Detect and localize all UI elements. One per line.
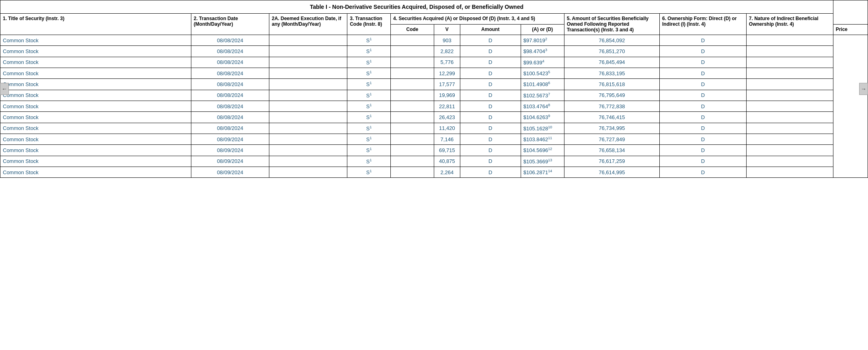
cell-a-or-d: D [460, 112, 521, 123]
table-row: Common Stock08/09/2024S12,264D$106.28711… [0, 167, 868, 177]
cell-security: Common Stock [0, 112, 191, 123]
cell-deemed [269, 167, 347, 177]
cell-nature [746, 112, 833, 123]
cell-deemed [269, 134, 347, 144]
cell-price: $99.6394 [521, 57, 564, 68]
cell-v [391, 68, 434, 78]
cell-date: 08/08/2024 [191, 112, 269, 123]
cell-beneficial: 76,795,649 [564, 90, 659, 101]
cell-amount: 11,420 [434, 123, 460, 134]
cell-beneficial: 76,772,838 [564, 101, 659, 111]
nav-right-arrow[interactable]: → [859, 83, 868, 95]
cell-amount: 5,776 [434, 57, 460, 68]
cell-beneficial: 76,815,618 [564, 79, 659, 90]
cell-code: S1 [347, 35, 391, 46]
cell-price: $100.54235 [521, 68, 564, 78]
cell-amount: 19,969 [434, 90, 460, 101]
cell-security: Common Stock [0, 79, 191, 90]
cell-security: Common Stock [0, 134, 191, 144]
cell-amount: 26,423 [434, 112, 460, 123]
cell-date: 08/08/2024 [191, 123, 269, 134]
cell-deemed [269, 90, 347, 101]
cell-date: 08/08/2024 [191, 79, 269, 90]
cell-security: Common Stock [0, 145, 191, 156]
cell-v [391, 145, 434, 156]
cell-date: 08/08/2024 [191, 35, 269, 46]
security-link[interactable]: Common Stock [3, 169, 39, 175]
sub-header-v: V [434, 24, 460, 35]
header-deemed: 2A. Deemed Execution Date, if any (Month… [269, 14, 347, 35]
cell-ownership: D [660, 68, 747, 78]
cell-code: S1 [347, 57, 391, 68]
cell-amount: 17,577 [434, 79, 460, 90]
cell-a-or-d: D [460, 57, 521, 68]
cell-ownership: D [660, 156, 747, 167]
cell-beneficial: 76,734,995 [564, 123, 659, 134]
header-security: 1. Title of Security (Instr. 3) [0, 14, 191, 35]
sub-header-price: Price [833, 24, 868, 35]
cell-a-or-d: D [460, 35, 521, 46]
cell-nature [746, 57, 833, 68]
cell-price: $104.569612 [521, 145, 564, 156]
header-beneficial: 5. Amount of Securities Beneficially Own… [564, 14, 659, 35]
cell-deemed [269, 101, 347, 111]
nav-left-arrow[interactable]: ← [0, 83, 9, 95]
cell-date: 08/09/2024 [191, 167, 269, 177]
cell-amount: 22,811 [434, 101, 460, 111]
table-row: Common Stock08/08/2024S12,822D$98.470437… [0, 46, 868, 57]
cell-a-or-d: D [460, 101, 521, 111]
cell-v [391, 134, 434, 144]
security-link[interactable]: Common Stock [3, 136, 39, 142]
security-link[interactable]: Common Stock [3, 147, 39, 153]
cell-a-or-d: D [460, 134, 521, 144]
cell-beneficial: 76,617,259 [564, 156, 659, 167]
security-link[interactable]: Common Stock [3, 158, 39, 164]
cell-deemed [269, 112, 347, 123]
table-row: Common Stock08/08/2024S119,969D$102.5673… [0, 90, 868, 101]
cell-date: 08/08/2024 [191, 57, 269, 68]
table-body: Common Stock08/08/2024S1903D$97.8019276,… [0, 35, 868, 178]
cell-price: $103.846211 [521, 134, 564, 144]
header-securities-acq: 4. Securities Acquired (A) or Disposed O… [391, 14, 564, 25]
cell-ownership: D [660, 79, 747, 90]
cell-price: $97.80192 [521, 35, 564, 46]
cell-deemed [269, 46, 347, 57]
security-link[interactable]: Common Stock [3, 59, 39, 65]
cell-date: 08/08/2024 [191, 90, 269, 101]
cell-price: $98.47043 [521, 46, 564, 57]
security-link[interactable]: Common Stock [3, 125, 39, 131]
cell-price: $102.56737 [521, 90, 564, 101]
header-nature: 7. Nature of Indirect Beneficial Ownersh… [746, 14, 833, 35]
cell-ownership: D [660, 123, 747, 134]
security-link[interactable]: Common Stock [3, 37, 39, 43]
security-link[interactable]: Common Stock [3, 103, 39, 109]
cell-a-or-d: D [460, 90, 521, 101]
cell-code: S1 [347, 90, 391, 101]
cell-beneficial: 76,833,195 [564, 68, 659, 78]
cell-deemed [269, 156, 347, 167]
cell-ownership: D [660, 57, 747, 68]
cell-a-or-d: D [460, 46, 521, 57]
cell-v [391, 112, 434, 123]
security-link[interactable]: Common Stock [3, 70, 39, 76]
cell-v [391, 35, 434, 46]
cell-code: S1 [347, 156, 391, 167]
table-title: Table I - Non-Derivative Securities Acqu… [0, 0, 833, 14]
cell-a-or-d: D [460, 68, 521, 78]
cell-beneficial: 76,851,270 [564, 46, 659, 57]
cell-ownership: D [660, 101, 747, 111]
cell-deemed [269, 57, 347, 68]
cell-v [391, 57, 434, 68]
cell-v [391, 101, 434, 111]
sub-header-a-or-d: (A) or (D) [521, 24, 564, 35]
table-row: Common Stock08/09/2024S17,146D$103.84621… [0, 134, 868, 144]
cell-security: Common Stock [0, 46, 191, 57]
security-link[interactable]: Common Stock [3, 114, 39, 120]
table-row: Common Stock08/08/2024S126,423D$104.6263… [0, 112, 868, 123]
cell-amount: 2,822 [434, 46, 460, 57]
security-link[interactable]: Common Stock [3, 48, 39, 54]
cell-code: S1 [347, 123, 391, 134]
cell-date: 08/08/2024 [191, 46, 269, 57]
cell-date: 08/08/2024 [191, 68, 269, 78]
cell-security: Common Stock [0, 90, 191, 101]
